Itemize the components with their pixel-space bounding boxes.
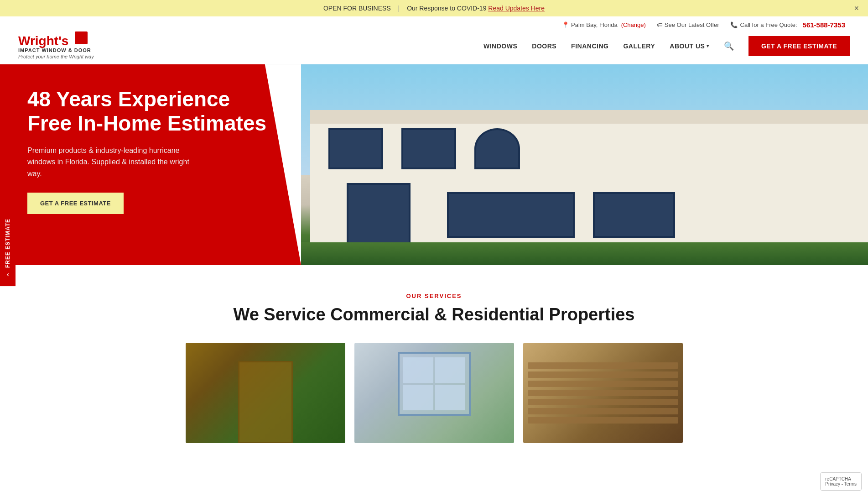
nav-about-us[interactable]: ABOUT US ▾: [670, 42, 709, 50]
about-us-dropdown-icon: ▾: [707, 43, 709, 48]
nav-doors[interactable]: DOORS: [532, 42, 556, 50]
offer-text: See Our Latest Offer: [665, 21, 719, 28]
logo-subtitle: IMPACT WINDOW & DOOR: [18, 47, 94, 53]
hero-image: [301, 64, 868, 265]
side-tab-arrow-icon: ›: [6, 272, 9, 279]
hero-section: 48 Years Experience Free In-Home Estimat…: [0, 64, 868, 265]
service-card-3[interactable]: [523, 343, 683, 443]
nav-financing[interactable]: FINANCING: [571, 42, 608, 50]
hero-house-background: [301, 64, 868, 265]
header: 📍 Palm Bay, Florida (Change) 🏷 See Our L…: [0, 16, 868, 64]
header-main: Wright's IMPACT WINDOW & DOOR Protect yo…: [18, 32, 850, 59]
services-section: OUR SERVICES We Service Commercial & Res…: [0, 265, 868, 457]
card-2-window: [398, 352, 471, 416]
shutter-slat-6: [528, 408, 678, 414]
shutter-slat-3: [528, 381, 678, 387]
hero-estimate-button[interactable]: GET A FREE ESTIMATE: [27, 193, 124, 214]
window-pane-1: [403, 357, 433, 383]
separator: |: [398, 5, 400, 12]
window-pane-3: [403, 385, 433, 410]
house-body: [310, 110, 868, 247]
shutter-slat-7: [528, 417, 678, 424]
latest-offer[interactable]: 🏷 See Our Latest Offer: [657, 21, 719, 28]
location-pin-icon: 📍: [562, 21, 569, 28]
house-window-2: [401, 128, 456, 169]
card-3-shutters: [528, 347, 678, 439]
top-banner: OPEN FOR BUSINESS | Our Response to COVI…: [0, 0, 868, 16]
hero-description: Premium products & industry-leading hurr…: [27, 145, 201, 180]
search-button[interactable]: 🔍: [724, 41, 734, 51]
services-cards: [18, 343, 850, 443]
logo-house-icon: [75, 31, 88, 44]
service-card-2[interactable]: [354, 343, 514, 443]
hero-heading: 48 Years Experience Free In-Home Estimat…: [27, 87, 274, 136]
logo[interactable]: Wright's IMPACT WINDOW & DOOR Protect yo…: [18, 32, 94, 59]
location-info: 📍 Palm Bay, Florida (Change): [562, 21, 646, 28]
free-estimate-side-tab[interactable]: › FREE ESTIMATE: [0, 211, 16, 286]
search-icon: 🔍: [724, 42, 734, 51]
change-location-link[interactable]: (Change): [621, 21, 646, 28]
logo-wright-text: Wright's: [18, 34, 68, 48]
phone-info: 📞 Call for a Free Quote: 561-588-7353: [730, 21, 845, 29]
get-estimate-header-button[interactable]: GET A FREE ESTIMATE: [748, 36, 850, 56]
call-text: Call for a Free Quote:: [740, 21, 797, 28]
shutter-slat-4: [528, 390, 678, 396]
services-title: We Service Commercial & Residential Prop…: [18, 305, 850, 324]
banner-close-button[interactable]: ×: [854, 4, 859, 13]
header-top: 📍 Palm Bay, Florida (Change) 🏷 See Our L…: [18, 21, 850, 29]
house-window-oval: [474, 128, 520, 169]
side-tab-label: FREE ESTIMATE: [5, 218, 11, 267]
house-window-3: [593, 192, 675, 238]
shutter-slat-2: [528, 371, 678, 378]
open-text: OPEN FOR BUSINESS: [323, 5, 391, 12]
shutter-slat-1: [528, 362, 678, 369]
window-pane-2: [435, 357, 465, 383]
main-nav: WINDOWS DOORS FINANCING GALLERY ABOUT US…: [483, 36, 850, 56]
house-window-1: [328, 128, 383, 169]
house-roof-line: [310, 110, 868, 124]
services-section-label: OUR SERVICES: [18, 293, 850, 299]
nav-windows[interactable]: WINDOWS: [483, 42, 517, 50]
shutter-slat-5: [528, 399, 678, 405]
nav-gallery[interactable]: GALLERY: [623, 42, 655, 50]
covid-text: Our Response to COVID-19: [407, 5, 486, 12]
location-text: Palm Bay, Florida: [571, 21, 618, 28]
logo-name: Wright's: [18, 32, 94, 48]
logo-tagline: Protect your home the Wright way: [18, 54, 94, 59]
house-window-large: [447, 192, 575, 238]
window-pane-4: [435, 385, 465, 410]
hero-content: 48 Years Experience Free In-Home Estimat…: [0, 64, 301, 265]
house-door: [347, 183, 411, 247]
card-1-door: [238, 361, 293, 443]
offer-icon: 🏷: [657, 21, 663, 28]
service-card-1[interactable]: [186, 343, 345, 443]
read-updates-link[interactable]: Read Updates Here: [488, 5, 545, 12]
phone-number[interactable]: 561-588-7353: [803, 21, 845, 29]
ground-grass: [301, 242, 868, 265]
phone-icon: 📞: [730, 21, 738, 28]
